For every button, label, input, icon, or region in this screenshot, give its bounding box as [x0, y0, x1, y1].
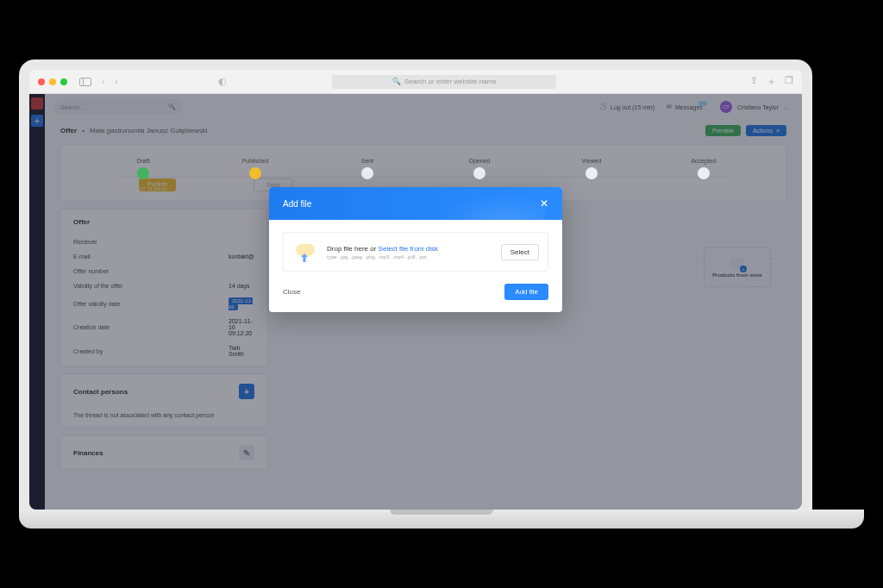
address-bar[interactable]: 🔍 Search or enter website name	[332, 75, 556, 89]
user-name: Cristiano Taylor	[737, 104, 779, 110]
contacts-card: Contact persons + The thread is not asso…	[60, 373, 267, 428]
validity-date-badge: 2021-11-16	[229, 297, 253, 310]
step-sent-circle	[361, 167, 373, 179]
email-value: kontakt@	[229, 253, 254, 260]
store-label: Products from store	[712, 272, 761, 278]
browser-chrome: ‹ › ◐ 🔍 Search or enter website name ⇪ ＋…	[29, 70, 802, 94]
clock-icon: 🕒	[599, 103, 607, 110]
step-published-circle	[249, 167, 261, 179]
file-dropzone[interactable]: Drop file here or Select file from disk …	[283, 232, 548, 272]
finances-card: Finances ✎	[60, 435, 267, 470]
nav-forward-icon[interactable]: ›	[115, 77, 117, 86]
step-draft-circle	[137, 167, 149, 179]
validity-date-label: Offer validity date	[73, 301, 229, 307]
sidebar-toggle-icon[interactable]	[79, 78, 91, 86]
modal-title: Add file	[283, 199, 311, 209]
preview-button[interactable]: Preview	[705, 125, 741, 136]
step-draft-timestamp: 2022-09-07 11:34:42	[119, 186, 167, 191]
edit-finances-button[interactable]: ✎	[239, 445, 254, 460]
nav-back-icon[interactable]: ‹	[102, 77, 104, 86]
menu-icon: ≡	[776, 128, 780, 134]
tabs-icon[interactable]: ❐	[785, 75, 793, 88]
envelope-icon: ✉	[667, 103, 672, 110]
avatar: CT	[720, 101, 732, 113]
privacy-shield-icon: ◐	[218, 76, 227, 87]
logout-link[interactable]: 🕒 Log out (15 min)	[599, 103, 654, 110]
createdby-value: Tiah Smith	[229, 345, 254, 357]
step-viewed: Viewed	[582, 158, 602, 164]
window-min-dot[interactable]	[49, 78, 56, 85]
new-tab-icon[interactable]: ＋	[767, 75, 776, 88]
modal-close-text[interactable]: Close	[283, 288, 300, 296]
actions-button[interactable]: Actions ≡	[746, 125, 786, 136]
store-icon: +	[730, 258, 744, 270]
add-file-modal: Add file ✕ Drop file here or Select file…	[269, 187, 562, 312]
step-draft: Draft	[136, 158, 149, 164]
rail-add-button[interactable]: +	[31, 115, 43, 127]
search-icon: 🔍	[168, 103, 176, 110]
receiver-label: Receiver	[73, 239, 229, 245]
step-viewed-circle	[586, 167, 598, 179]
contacts-title: Contact persons	[73, 388, 128, 396]
breadcrumb-root[interactable]: Offer	[60, 127, 77, 134]
chevron-down-icon: ⌄	[784, 104, 788, 110]
validity-label: Validity of the offer	[73, 283, 229, 289]
offer-section-title: Offer	[61, 209, 266, 235]
messages-link[interactable]: ✉ Messages	[667, 103, 703, 110]
step-accepted-circle	[698, 167, 710, 179]
left-rail: +	[29, 94, 45, 510]
search-icon: 🔍	[392, 78, 401, 85]
add-contact-button[interactable]: +	[239, 384, 254, 399]
file-types-hint: type: .jpg, .jpeg, .png, .mp3, .mp4, .pd…	[327, 254, 492, 260]
contacts-empty: The thread is not associated with any co…	[73, 412, 214, 418]
search-placeholder: Search...	[60, 104, 85, 110]
select-button[interactable]: Select	[501, 244, 539, 260]
offer-number-label: Offer number	[73, 268, 229, 274]
step-published: Published	[242, 158, 269, 164]
breadcrumb-current: Mała gastronomia Janusz Gołębiewski	[90, 127, 208, 134]
products-from-store-box[interactable]: + Products from store	[704, 247, 771, 287]
upload-illustration-icon	[292, 241, 318, 262]
select-from-disk-link[interactable]: Select file from disk	[379, 245, 438, 253]
step-sent: Sent	[361, 158, 373, 164]
creation-value: 2021-11-16 09:12:20	[229, 318, 254, 336]
search-input[interactable]: Search... 🔍	[53, 99, 183, 115]
step-opened: Opened	[469, 158, 491, 164]
offer-card: Offer Receiver E-mailkontakt@ Offer numb…	[60, 208, 267, 366]
step-opened-circle	[473, 167, 485, 179]
breadcrumb: Offer • Mała gastronomia Janusz Gołębiew…	[45, 120, 802, 141]
add-file-button[interactable]: Add file	[504, 284, 548, 300]
window-max-dot[interactable]	[60, 78, 67, 85]
user-menu[interactable]: CT Cristiano Taylor ⌄	[715, 99, 793, 115]
validity-value: 14 days	[229, 283, 250, 289]
drop-prefix: Drop file here or	[327, 245, 376, 253]
modal-close-button[interactable]: ✕	[540, 197, 548, 210]
email-label: E-mail	[73, 253, 229, 260]
createdby-label: Created by	[73, 348, 229, 354]
finances-title: Finances	[73, 449, 103, 457]
app-logo-icon[interactable]	[31, 97, 43, 109]
step-accepted: Accepted	[691, 158, 716, 164]
share-icon[interactable]: ⇪	[750, 75, 758, 88]
window-close-dot[interactable]	[38, 78, 45, 85]
address-placeholder: Search or enter website name	[404, 78, 497, 85]
creation-label: Creation date	[73, 324, 229, 330]
